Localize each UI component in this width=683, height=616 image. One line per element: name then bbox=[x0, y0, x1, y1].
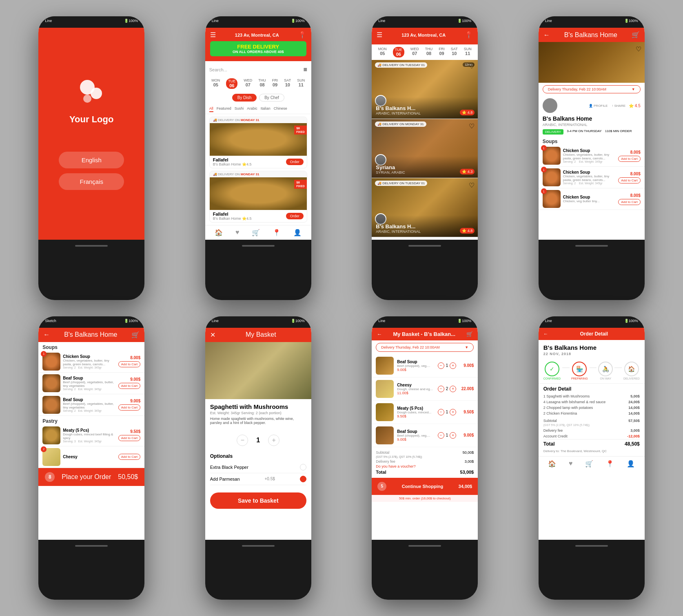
add-cart-btn-3[interactable]: Add to Cart bbox=[618, 199, 640, 205]
hamburger-icon-3[interactable]: ☰ bbox=[377, 31, 382, 39]
menu-item-chicken-soup-2[interactable]: 1 Chicken Soup Chicken, vegetables, butt… bbox=[539, 167, 645, 188]
menu-item-chicken-soup-1[interactable]: 1 Chicken Soup Chicken, vegetables, butt… bbox=[539, 145, 645, 167]
date-fri-3[interactable]: FRI09 bbox=[439, 47, 445, 57]
qty-increase-btn[interactable]: + bbox=[268, 435, 279, 446]
nav-map-2[interactable]: 📍 bbox=[273, 229, 281, 236]
filter-by-dish[interactable]: By Dish bbox=[232, 94, 257, 102]
rest-card-1[interactable]: 🚚 DELIVERY ON TUESDAY 01 B's Balkans H..… bbox=[372, 60, 478, 119]
order-btn-2[interactable]: Order bbox=[286, 213, 304, 219]
heart-icon-1[interactable]: ♡ bbox=[469, 62, 475, 70]
add-cart-btn-2[interactable]: Add to Cart bbox=[618, 177, 640, 183]
optional-pepper[interactable]: Extra Black Pepper bbox=[210, 461, 306, 473]
filter-icon[interactable]: ≡ bbox=[303, 66, 307, 73]
pastry-item-1[interactable]: Meaty (5 Pcs) Dough cubes, minced beef f… bbox=[38, 425, 144, 446]
lang-english-btn[interactable]: English bbox=[59, 152, 124, 168]
cat-all[interactable]: All bbox=[209, 106, 213, 112]
location-icon[interactable]: 📍 bbox=[298, 31, 306, 39]
nav-favorites-8[interactable]: ♥ bbox=[569, 460, 573, 468]
voucher-prompt[interactable]: Do you have a voucher? bbox=[376, 464, 474, 468]
soup-item-1[interactable]: 1 Chicken Soup Chicken, vegetables, butt… bbox=[38, 351, 144, 373]
pastry-add-btn-2[interactable]: Add to Cart bbox=[118, 454, 140, 460]
heart-icon-4[interactable]: ♡ bbox=[636, 45, 641, 53]
nav-cart-8[interactable]: 🛒 bbox=[585, 460, 593, 468]
back-icon-8[interactable]: ← bbox=[543, 331, 548, 337]
order-btn-1[interactable]: Order bbox=[286, 159, 304, 165]
soup-add-btn-3[interactable]: Add to Cart bbox=[118, 404, 140, 411]
soup-item-3[interactable]: Beaf Soup Beef (chopped), vegetables, bu… bbox=[38, 394, 144, 416]
location-icon-3[interactable]: 📍 bbox=[465, 31, 473, 39]
basket-increase-beaf[interactable]: + bbox=[450, 362, 456, 369]
basket-increase-beaf-2[interactable]: + bbox=[450, 432, 456, 439]
nav-map-8[interactable]: 📍 bbox=[606, 460, 614, 468]
menu-item-chicken-soup-3[interactable]: 1 Chicken Soup Chicken, veg butter tiny.… bbox=[539, 188, 645, 210]
lang-french-btn[interactable]: Français bbox=[59, 173, 124, 190]
cat-italian[interactable]: Italian bbox=[261, 106, 271, 112]
add-cart-btn-1[interactable]: Add to Cart bbox=[618, 156, 640, 162]
basket-item-beaf-soup[interactable]: Beaf Soup Beef (chopped), veg.... 9.00$ … bbox=[372, 354, 478, 378]
nav-favorites-2[interactable]: ♥ bbox=[235, 229, 239, 236]
basket-decrease-meaty[interactable]: − bbox=[438, 409, 444, 415]
cat-chinese[interactable]: Chinese bbox=[274, 106, 287, 112]
date-mon[interactable]: MON05 bbox=[211, 78, 220, 89]
date-wed-3[interactable]: WED07 bbox=[410, 47, 419, 57]
optional-parmesan-radio[interactable] bbox=[300, 476, 306, 482]
cat-sushi[interactable]: Sushi bbox=[235, 106, 244, 112]
cart-icon-7[interactable]: 🛒 bbox=[466, 331, 473, 337]
optional-parmesan[interactable]: Add Parmesan +0.5$ bbox=[210, 473, 306, 485]
search-bar[interactable]: Search... ≡ bbox=[205, 64, 311, 76]
optional-pepper-radio[interactable] bbox=[300, 464, 306, 470]
close-icon-6[interactable]: ✕ bbox=[210, 331, 215, 339]
date-fri[interactable]: FRI09 bbox=[272, 78, 278, 89]
back-icon-7[interactable]: ← bbox=[377, 331, 382, 337]
date-thu-3[interactable]: THU08 bbox=[425, 47, 433, 57]
pastry-add-btn-1[interactable]: Add to Cart bbox=[118, 435, 140, 441]
basket-decrease-cheesy[interactable]: − bbox=[438, 386, 444, 392]
rest-card-2[interactable]: 🚚 DELIVERY ON MONDAY 31 Syriana SYRIAN, … bbox=[372, 119, 478, 178]
back-icon-4[interactable]: ← bbox=[543, 31, 550, 39]
date-wed[interactable]: WED07 bbox=[244, 78, 252, 89]
filter-by-chef[interactable]: By Chef bbox=[259, 94, 284, 102]
qty-decrease-btn[interactable]: − bbox=[237, 435, 248, 446]
cat-featured[interactable]: Featured bbox=[217, 106, 231, 112]
delivery-selector-4[interactable]: Delivery Thursday, Feb 22 10:00AM ▼ bbox=[543, 85, 641, 93]
date-sun-3[interactable]: SUN11 bbox=[464, 47, 472, 57]
soup-add-btn-2[interactable]: Add to Cart bbox=[118, 383, 140, 389]
basket-item-beaf-soup-2[interactable]: Beaf Soup Beef (chopped), veg.... 9.00$ … bbox=[372, 424, 478, 447]
date-sat[interactable]: SAT10 bbox=[284, 78, 291, 89]
hamburger-icon[interactable]: ☰ bbox=[210, 31, 216, 39]
basket-increase-meaty[interactable]: + bbox=[450, 409, 456, 415]
pastry-item-2[interactable]: 2 Cheesy Add to Cart bbox=[38, 446, 144, 468]
date-tue[interactable]: TUE06 bbox=[226, 78, 237, 89]
basket-decrease-beaf[interactable]: − bbox=[438, 362, 444, 369]
food-card-2[interactable]: 🚚 DELIVERY ON MONDAY 31 $8FIXED Fallafel… bbox=[209, 171, 307, 223]
save-basket-btn[interactable]: Save to Basket bbox=[210, 492, 306, 509]
nav-cart-2[interactable]: 🛒 bbox=[252, 229, 260, 236]
heart-icon-3[interactable]: ♡ bbox=[469, 181, 475, 189]
basket-delivery-selector[interactable]: Delivery Thursday, Feb 22 10:00AM ▼ bbox=[376, 343, 474, 352]
date-sun[interactable]: SUN11 bbox=[297, 78, 305, 89]
date-sat-3[interactable]: SAT10 bbox=[451, 47, 458, 57]
date-mon-3[interactable]: MON05 bbox=[378, 47, 387, 57]
nav-home-8[interactable]: 🏠 bbox=[548, 460, 556, 468]
date-thu[interactable]: THU08 bbox=[258, 78, 266, 89]
heart-icon-2[interactable]: ♡ bbox=[469, 122, 475, 130]
nav-profile-8[interactable]: 👤 bbox=[627, 460, 635, 468]
nav-home-2[interactable]: 🏠 bbox=[215, 229, 223, 236]
basket-increase-cheesy[interactable]: + bbox=[450, 386, 456, 392]
profile-link[interactable]: 👤 PROFILE bbox=[589, 104, 608, 108]
food-card-1[interactable]: 🚚 DELIVERY ON MONDAY 31 $8FIXED Fallafel… bbox=[209, 117, 307, 168]
basket-item-meaty[interactable]: Meaty (5 Pcs) Dough cubes, minced... 9.5… bbox=[372, 401, 478, 424]
soup-add-btn-1[interactable]: Add to Cart bbox=[118, 361, 140, 367]
soup-item-2[interactable]: Beaf Soup Beef (chopped), vegetables, bu… bbox=[38, 373, 144, 394]
basket-item-cheesy[interactable]: Cheesy Dough, cheese and eg... 11.00$ − … bbox=[372, 378, 478, 401]
basket-decrease-beaf-2[interactable]: − bbox=[438, 432, 444, 439]
cart-icon-5[interactable]: 🛒 bbox=[131, 331, 140, 339]
rest-card-3[interactable]: 🚚 DELIVERY ON TUESDAY 01 B's Balkans H..… bbox=[372, 178, 478, 237]
back-icon-5[interactable]: ← bbox=[43, 331, 50, 338]
cat-arabic[interactable]: Arabic bbox=[247, 106, 257, 112]
continue-shopping-btn[interactable]: 5 Continue Shopping 34,00$ bbox=[372, 478, 478, 495]
cart-icon-4[interactable]: 🛒 bbox=[632, 31, 640, 39]
share-link[interactable]: ↑ SHARE bbox=[612, 104, 625, 108]
place-order-bar[interactable]: 8 Place your Order 50,50$ bbox=[38, 468, 144, 486]
nav-profile-2[interactable]: 👤 bbox=[293, 229, 302, 236]
